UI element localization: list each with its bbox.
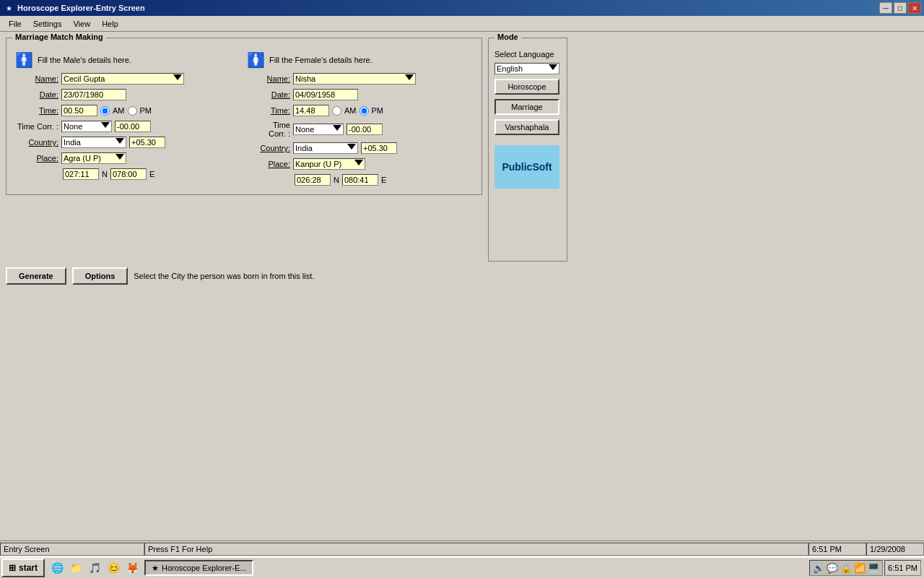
marriage-group-box: Marriage Match Making 🚹 Fill the Male's … [6, 38, 482, 195]
tray-icon-3[interactable]: 🔒 [840, 563, 852, 574]
male-am-radio[interactable] [100, 106, 110, 116]
male-coord1-input[interactable] [63, 168, 99, 180]
female-date-input[interactable] [293, 89, 358, 100]
male-pm-radio[interactable] [128, 106, 137, 116]
female-name-select[interactable]: Nisha [293, 73, 416, 85]
language-select[interactable]: English Hindi Gujarati [494, 63, 559, 74]
male-time-label: Time: [15, 106, 58, 115]
start-label: start [19, 563, 38, 573]
logo-text: PublicSoft [502, 161, 552, 173]
close-button[interactable]: ✕ [908, 2, 921, 14]
maximize-button[interactable]: □ [894, 2, 907, 14]
taskbar: ⊞ start 🌐 📁 🎵 😊 🦊 ★ Horoscope Explorer-E… [0, 556, 924, 578]
male-place-select[interactable]: Agra (U P) [61, 152, 126, 164]
female-country-offset[interactable] [361, 142, 397, 154]
male-date-input[interactable] [61, 89, 126, 100]
male-time-input[interactable] [61, 105, 97, 116]
taskbar-media-icon[interactable]: 🎵 [87, 560, 103, 576]
taskbar-right: 🔊 💬 🔒 📶 🖥️ 6:51 PM [809, 560, 924, 576]
bottom-area: Generate Options Select the City the per… [6, 267, 918, 285]
system-clock: 6:51 PM [884, 560, 921, 576]
tray-icon-4[interactable]: 📶 [854, 563, 866, 574]
lang-label: Select Language [494, 50, 554, 59]
title-bar: ★ Horoscope Explorer-Entry Screen ─ □ ✕ [0, 0, 924, 16]
menu-help[interactable]: Help [96, 18, 124, 30]
male-section-header: 🚹 Fill the Male's details here. [15, 53, 241, 67]
male-country-offset[interactable] [129, 137, 165, 148]
female-timecorr-value[interactable] [346, 124, 383, 135]
tray-icon-1[interactable]: 🔊 [813, 563, 824, 574]
female-section: 🚺 Fill the Female's details here. Name: … [244, 50, 476, 189]
male-place-label: Place: [15, 154, 58, 163]
male-am-label: AM [113, 106, 125, 115]
app-icon: ★ [3, 2, 14, 14]
horoscope-button[interactable]: Horoscope [494, 79, 559, 95]
taskbar-emoji-icon[interactable]: 😊 [105, 560, 121, 576]
male-name-select[interactable]: Cecil Gupta [61, 73, 184, 85]
male-country-select[interactable]: India [61, 137, 126, 148]
male-section: 🚹 Fill the Male's details here. Name: Ce… [12, 50, 244, 189]
taskbar-app-button[interactable]: ★ Horoscope Explorer-E... [144, 560, 253, 576]
female-section-header: 🚺 Fill the Female's details here. [247, 53, 473, 67]
female-time-row: Time: AM PM [247, 105, 473, 116]
logo-area: PublicSoft [494, 145, 559, 189]
male-coord1-dir: N [100, 170, 109, 178]
female-timecorr-select[interactable]: None [293, 124, 344, 135]
status-date: 1/29/2008 [866, 543, 924, 556]
female-place-select[interactable]: Kanpur (U P) [293, 158, 365, 170]
mode-group-box: Mode Select Language English Hindi Gujar… [488, 38, 567, 262]
female-pm-radio[interactable] [359, 106, 369, 116]
top-area: Marriage Match Making 🚹 Fill the Male's … [6, 38, 918, 262]
female-pm-label: PM [372, 106, 384, 115]
female-country-row: Country: India [247, 142, 473, 154]
menu-settings[interactable]: Settings [27, 18, 68, 30]
options-button[interactable]: Options [72, 267, 128, 285]
marriage-columns: 🚹 Fill the Male's details here. Name: Ce… [12, 50, 476, 189]
female-coord2-dir: E [380, 176, 388, 184]
male-pm-label: PM [140, 106, 152, 115]
female-coord2-input[interactable] [342, 174, 378, 186]
menu-view[interactable]: View [67, 18, 96, 30]
male-timecorr-select[interactable]: None [61, 121, 112, 132]
female-am-radio[interactable] [332, 106, 341, 116]
varshaphala-button[interactable]: Varshaphala [494, 119, 559, 135]
male-coord2-dir: E [148, 170, 156, 178]
marriage-button[interactable]: Marriage [494, 99, 559, 115]
female-name-label: Name: [247, 74, 290, 83]
male-timecorr-value[interactable] [115, 121, 151, 132]
female-country-select[interactable]: India [293, 142, 358, 154]
female-icon: 🚺 [247, 53, 265, 67]
status-bar: Entry Screen Press F1 For Help 6:51 PM 1… [0, 540, 924, 556]
start-icon: ⊞ [9, 563, 16, 573]
male-country-label: Country: [15, 138, 58, 147]
menu-file[interactable]: File [3, 18, 27, 30]
taskbar-folder-icon[interactable]: 📁 [68, 560, 84, 576]
female-place-label: Place: [247, 160, 290, 168]
female-timecorr-row: TimeCorr. : None [247, 121, 473, 138]
status-help: Press F1 For Help [144, 543, 808, 556]
male-date-label: Date: [15, 90, 58, 99]
start-button[interactable]: ⊞ start [1, 558, 45, 577]
female-time-ampm: AM PM [332, 106, 383, 116]
minimize-button[interactable]: ─ [879, 2, 892, 14]
generate-button[interactable]: Generate [6, 267, 66, 285]
male-time-ampm: AM PM [100, 106, 152, 116]
mode-group-title: Mode [494, 33, 521, 41]
male-timecorr-row: Time Corr. : None [15, 121, 241, 132]
status-hint-text: Select the City the person was born in f… [134, 272, 314, 280]
male-coords-row: N E [63, 168, 241, 180]
female-place-row: Place: Kanpur (U P) [247, 158, 473, 170]
tray-icon-2[interactable]: 💬 [827, 563, 838, 574]
female-coords-row: N E [295, 174, 473, 186]
status-entry: Entry Screen [0, 543, 144, 556]
main-content: Marriage Match Making 🚹 Fill the Male's … [0, 32, 924, 540]
male-name-row: Name: Cecil Gupta [15, 73, 241, 85]
female-coord1-input[interactable] [295, 174, 331, 186]
female-time-input[interactable] [293, 105, 329, 116]
male-coord2-input[interactable] [110, 168, 147, 180]
marriage-group-title: Marriage Match Making [12, 33, 106, 41]
tray-icon-5[interactable]: 🖥️ [868, 563, 879, 574]
taskbar-ie-icon[interactable]: 🌐 [49, 560, 65, 576]
taskbar-firefox-icon[interactable]: 🦊 [124, 560, 140, 576]
male-place-row: Place: Agra (U P) [15, 152, 241, 164]
